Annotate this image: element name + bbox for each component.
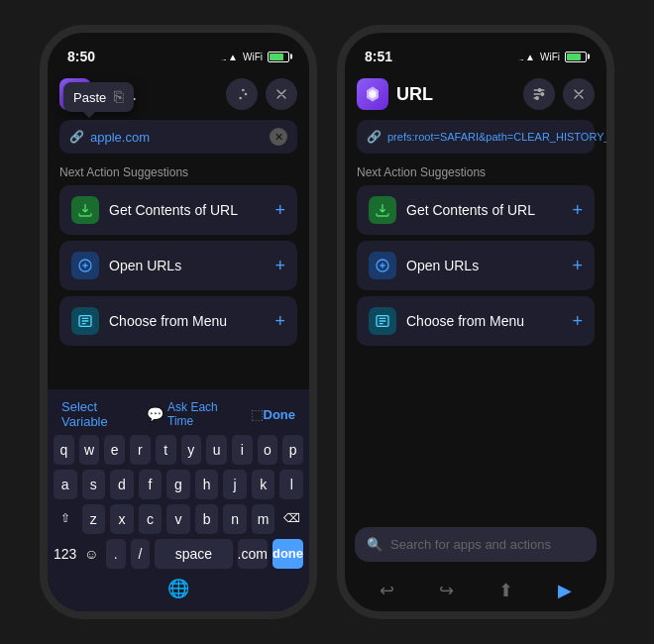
key-p[interactable]: p [282,435,303,465]
keyboard-row-2: a s d f g h j k l [54,470,303,499]
svg-point-12 [536,97,539,100]
url-clear-left[interactable]: ✕ [270,128,287,146]
key-l[interactable]: l [279,470,303,499]
forward-nav-btn[interactable]: ↪ [439,580,454,601]
key-j[interactable]: j [223,470,247,499]
suggestion-choose-menu-right[interactable]: Choose from Menu + [357,296,595,346]
ask-each-time-btn[interactable]: 💬 Ask Each Time ⬚ [147,400,263,428]
filter-button-left[interactable] [226,78,258,110]
play-nav-btn[interactable]: ▶ [558,580,572,601]
suggestion-choose-menu-left[interactable]: Choose from Menu + [59,296,297,346]
search-icon-right: 🔍 [367,537,382,552]
battery-fill-right [567,54,581,60]
key-n[interactable]: n [223,504,247,534]
done-toolbar-btn[interactable]: Done [264,407,296,422]
suggestion-get-contents-left[interactable]: Get Contents of URL + [59,185,297,235]
key-h[interactable]: h [195,470,219,499]
key-o[interactable]: o [258,435,278,465]
emoji-key[interactable]: ☺ [81,539,101,569]
key-d[interactable]: d [110,470,134,499]
key-s[interactable]: s [82,470,106,499]
svg-point-11 [538,89,541,92]
com-key[interactable]: .com [238,539,268,569]
notch-left [119,33,238,60]
header-title-right: URL [396,84,515,105]
keyboard-row-1: q w e r t y u i o p [54,435,303,465]
safari-icon-right [375,258,390,273]
close-icon-left [273,86,289,102]
globe-icon[interactable]: 🌐 [167,578,189,599]
select-variable-btn[interactable]: Select Variable [61,399,147,429]
key-a[interactable]: a [54,470,77,499]
choose-menu-icon-left [71,307,99,335]
back-nav-btn[interactable]: ↩ [380,580,394,601]
battery-fill [270,54,283,60]
add-choose-menu-left[interactable]: + [274,311,285,332]
add-get-contents-left[interactable]: + [274,200,285,221]
key-z[interactable]: z [82,504,106,534]
keyboard-area: Select Variable 💬 Ask Each Time ⬚ Done q… [48,389,309,611]
shortcuts-app-icon-right [357,78,388,110]
key-k[interactable]: k [252,470,275,499]
wifi-icon-right: WiFi [540,52,560,62]
key-y[interactable]: y [181,435,202,465]
clipboard-icon: ⎘ [114,88,124,106]
key-x[interactable]: x [110,504,134,534]
time-left: 8:50 [67,49,95,64]
close-button-left[interactable] [266,78,297,110]
svg-point-6 [372,93,375,96]
keyboard-row-bottom: 123 ☺ . / space .com done [54,539,303,569]
wifi-icon: WiFi [243,52,263,62]
battery-icon-right [565,52,587,62]
add-choose-menu-right[interactable]: + [572,311,583,332]
bottom-search-bar[interactable]: 🔍 Search for apps and actions [355,527,597,562]
slash-key[interactable]: / [131,539,151,569]
ask-each-time-label: Ask Each Time [167,400,246,428]
add-open-urls-right[interactable]: + [572,256,583,276]
key-e[interactable]: e [104,435,125,465]
suggestion-open-urls-left[interactable]: Open URLs + [59,241,297,290]
key-g[interactable]: g [166,470,190,499]
shift-key[interactable]: ⇧ [54,504,77,534]
key-q[interactable]: q [54,435,74,465]
notch-right [416,33,535,60]
choose-menu-icon-right [369,307,396,335]
filter-button-right[interactable] [523,78,555,110]
key-i[interactable]: i [232,435,253,465]
share-nav-btn[interactable]: ⬆ [498,580,513,601]
url-input-left[interactable]: 🔗 apple.com ✕ [59,120,297,154]
key-w[interactable]: w [79,435,100,465]
suggestion-text-choose-menu-right: Choose from Menu [406,313,562,329]
suggestion-text-open-urls-right: Open URLs [406,258,562,273]
key-v[interactable]: v [166,504,190,534]
key-m[interactable]: m [252,504,275,534]
url-input-right[interactable]: 🔗 prefs:root=SAFARI&path=CLEAR_HISTORY_A… [357,120,595,154]
space-key[interactable]: space [155,539,232,569]
bottom-nav: ↩ ↪ ⬆ ▶ [345,574,606,611]
key-t[interactable]: t [156,435,176,465]
suggestion-get-contents-right[interactable]: Get Contents of URL + [357,185,595,235]
keyboard-row-3: ⇧ z x c v b n m ⌫ [54,504,303,534]
list-icon-left [77,313,93,329]
dot-key[interactable]: . [106,539,126,569]
add-open-urls-left[interactable]: + [274,256,285,276]
open-urls-icon-left [71,252,99,279]
svg-point-2 [242,89,245,92]
get-contents-icon-left [71,196,99,224]
delete-key[interactable]: ⌫ [279,504,303,534]
shortcuts-logo-icon-right [364,85,382,103]
paste-label[interactable]: Paste [73,90,106,105]
key-u[interactable]: u [206,435,227,465]
num-key[interactable]: 123 [54,539,76,569]
suggestion-open-urls-right[interactable]: Open URLs + [357,241,595,290]
add-get-contents-right[interactable]: + [572,200,583,221]
svg-point-3 [239,97,242,100]
download-icon [77,202,93,218]
close-button-right[interactable] [563,78,595,110]
key-c[interactable]: c [139,504,163,534]
key-b[interactable]: b [195,504,219,534]
svg-point-10 [541,93,544,96]
key-f[interactable]: f [139,470,163,499]
key-r[interactable]: r [130,435,151,465]
done-key[interactable]: done [272,539,303,569]
